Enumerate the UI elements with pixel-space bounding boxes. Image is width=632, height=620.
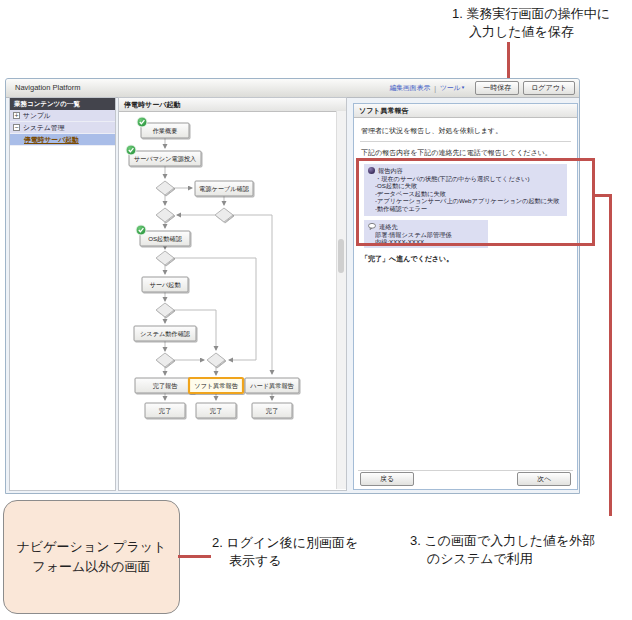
flow-node-hard-error-report[interactable]: ハード異常報告 [245, 378, 299, 393]
flow-node-system-check[interactable]: システム動作確認 [134, 326, 196, 341]
toolbar: 編集画面表示 | ツール▼ 一時保存 ログアウト [389, 79, 575, 97]
flow-node-done-3[interactable]: 完了 [252, 403, 292, 418]
annotation-2: 2. ログイン後に別画面を 表示する [212, 534, 358, 570]
dropdown-arrow-icon: ▼ [461, 85, 465, 90]
flow-node-soft-error-report-current[interactable]: ソフト異常報告 [189, 378, 243, 393]
svg-text:システム動作確認: システム動作確認 [140, 330, 191, 338]
flow-node-done-report[interactable]: 完了報告 [135, 378, 195, 393]
sidebar: 業務コンテンツの一覧 + サンプル − システム管理 停電時サーバ起動 [9, 97, 116, 491]
divider [360, 141, 571, 142]
svg-text:完了報告: 完了報告 [153, 382, 179, 390]
check-icon [126, 145, 136, 155]
svg-text:サーバ起動: サーバ起動 [149, 281, 180, 289]
back-button[interactable]: 戻る [360, 472, 414, 486]
page: 1. 業務実行画面の操作中に 入力した値を保存 Navigation Platf… [0, 0, 632, 620]
sidebar-item-label: システム管理 [23, 122, 64, 133]
proceed-note: 「完了」へ進んでください。 [361, 254, 453, 264]
flow-node-power-on[interactable]: サーバマシン電源投入 [129, 151, 201, 166]
check-icon [136, 225, 146, 235]
sidebar-item-system-admin[interactable]: − システム管理 [10, 122, 115, 134]
external-screen-line1: ナビゲーション プラット [17, 537, 167, 557]
svg-text:完了: 完了 [159, 407, 171, 415]
flow-node-done-1[interactable]: 完了 [145, 403, 185, 418]
callout-line-1 [507, 42, 510, 79]
external-screen-box: ナビゲーション プラット フォーム以外の画面 [3, 500, 180, 614]
flow-node-done-2[interactable]: 完了 [196, 403, 236, 418]
minus-box-icon[interactable]: − [13, 124, 20, 131]
plus-box-icon[interactable]: + [13, 112, 20, 119]
svg-text:作業概要: 作業概要 [152, 127, 178, 135]
flowchart-canvas: 作業概要 サーバマシン電源投入 電源ケーブル確認 OS起動確認 [119, 111, 336, 490]
flow-scrollbar-thumb[interactable] [338, 239, 344, 273]
flow-node-cable-check[interactable]: 電源ケーブル確認 [195, 181, 253, 196]
svg-text:電源ケーブル確認: 電源ケーブル確認 [199, 185, 250, 193]
window-title: Navigation Platform [15, 83, 80, 92]
callout-box-report-content [356, 158, 595, 246]
annotation-3-line2: のシステムで利用 [427, 550, 595, 568]
flow-node-server-start[interactable]: サーバ起動 [142, 277, 188, 292]
callout-line-2 [178, 555, 211, 558]
detail-panel-header: ソフト異常報告 [354, 104, 577, 118]
sidebar-item-power-failure-server-start[interactable]: 停電時サーバ起動 [10, 134, 115, 146]
callout-line-3-vertical [609, 194, 612, 516]
tools-menu-link[interactable]: ツール▼ [440, 83, 465, 93]
sidebar-item-label: 停電時サーバ起動 [24, 134, 79, 145]
logout-button[interactable]: ログアウト [523, 81, 575, 95]
flow-node-overview[interactable]: 作業概要 [141, 123, 189, 138]
flow-node-os-check[interactable]: OS起動確認 [140, 231, 190, 246]
annotation-1-line1: 1. 業務実行画面の操作中に [452, 5, 610, 23]
detail-instruction-text: 下記の報告内容を下記の連絡先に電話で報告してください。 [361, 148, 552, 158]
detail-intro-text: 管理者に状況を報告し、対処を依頼します。 [361, 126, 502, 136]
sidebar-item-label: サンプル [23, 110, 51, 121]
flow-scrollbar[interactable] [336, 111, 346, 489]
check-icon [137, 117, 147, 127]
annotation-3-line1: 3. この画面で入力した値を外部 [410, 532, 595, 550]
edit-view-link[interactable]: 編集画面表示 [389, 83, 430, 93]
next-button[interactable]: 次へ [517, 472, 571, 486]
annotation-1: 1. 業務実行画面の操作中に 入力した値を保存 [452, 5, 610, 41]
svg-text:OS起動確認: OS起動確認 [148, 235, 183, 243]
svg-text:サーバマシン電源投入: サーバマシン電源投入 [134, 155, 197, 162]
external-screen-line2: フォーム以外の画面 [32, 557, 150, 577]
annotation-2-line1: 2. ログイン後に別画面を [212, 534, 358, 552]
svg-text:完了: 完了 [210, 407, 222, 415]
svg-text:ソフト異常報告: ソフト異常報告 [194, 382, 239, 390]
app-window: Navigation Platform 編集画面表示 | ツール▼ 一時保存 ロ… [5, 78, 580, 494]
sidebar-item-sample[interactable]: + サンプル [10, 110, 115, 122]
temp-save-button[interactable]: 一時保存 [475, 81, 519, 95]
svg-text:ハード異常報告: ハード異常報告 [249, 382, 294, 390]
flow-panel: 停電時サーバ起動 [118, 97, 347, 491]
annotation-1-line2: 入力した値を保存 [469, 23, 610, 41]
svg-text:完了: 完了 [266, 407, 278, 415]
annotation-3: 3. この画面で入力した値を外部 のシステムで利用 [410, 532, 595, 568]
toolbar-separator: | [434, 85, 436, 92]
title-bar: Navigation Platform 編集画面表示 | ツール▼ 一時保存 ロ… [6, 79, 579, 98]
divider [358, 470, 573, 471]
flowchart: 作業概要 サーバマシン電源投入 電源ケーブル確認 OS起動確認 [119, 111, 337, 431]
flow-panel-header: 停電時サーバ起動 [119, 98, 346, 112]
tools-menu-label: ツール [440, 84, 461, 91]
annotation-2-line2: 表示する [229, 552, 358, 570]
sidebar-header: 業務コンテンツの一覧 [10, 98, 115, 110]
